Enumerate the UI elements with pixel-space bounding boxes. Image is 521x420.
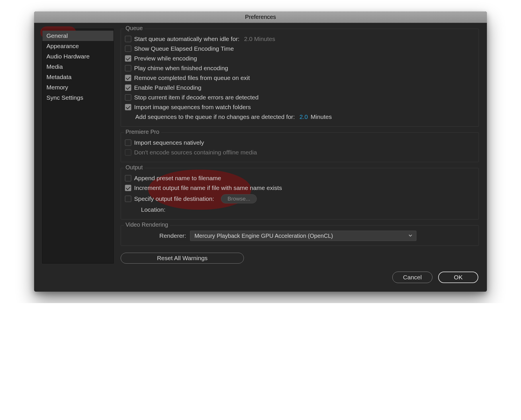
group-title-output: Output xyxy=(124,164,144,171)
checkbox-stop-on-decode[interactable] xyxy=(125,94,131,101)
row-add-sequences: Add sequences to the queue if no changes… xyxy=(125,112,475,122)
label-chime: Play chime when finished encoding xyxy=(134,65,228,72)
unit-add-seq: Minutes xyxy=(311,113,332,120)
label-stop-on-decode: Stop current item if decode errors are d… xyxy=(134,94,258,101)
checkbox-increment[interactable] xyxy=(125,185,131,191)
sidebar-item-label: Media xyxy=(46,63,63,70)
group-queue: Queue Start queue automatically when idl… xyxy=(121,29,479,127)
reset-warnings-label: Reset All Warnings xyxy=(157,255,208,262)
titlebar: Preferences xyxy=(34,11,487,23)
ok-label: OK xyxy=(454,274,463,281)
dialog-body: General Appearance Audio Hardware Media … xyxy=(34,23,487,272)
sidebar-item-memory[interactable]: Memory xyxy=(42,82,113,93)
row-append-preset: Append preset name to filename xyxy=(125,173,475,183)
sidebar-item-sync-settings[interactable]: Sync Settings xyxy=(42,93,113,103)
group-title-queue: Queue xyxy=(124,25,144,32)
reset-warnings-button[interactable]: Reset All Warnings xyxy=(121,253,244,264)
checkbox-dont-encode-offline[interactable] xyxy=(125,149,131,156)
sidebar-item-label: Memory xyxy=(46,84,68,91)
group-premiere: Premiere Pro Import sequences natively D… xyxy=(121,132,479,162)
label-append-preset: Append preset name to filename xyxy=(134,175,221,182)
group-title-premiere: Premiere Pro xyxy=(124,129,161,135)
sidebar-item-label: Sync Settings xyxy=(46,94,83,101)
row-remove-completed: Remove completed files from queue on exi… xyxy=(125,73,475,83)
sidebar: General Appearance Audio Hardware Media … xyxy=(42,29,114,264)
label-parallel: Enable Parallel Encoding xyxy=(134,84,201,91)
checkbox-chime[interactable] xyxy=(125,65,131,71)
value-start-auto: 2.0 Minutes xyxy=(244,36,275,42)
checkbox-remove-completed[interactable] xyxy=(125,75,131,81)
label-add-seq: Add sequences to the queue if no changes… xyxy=(135,113,295,120)
browse-button[interactable]: Browse... xyxy=(221,194,257,203)
checkbox-import-native[interactable] xyxy=(125,140,131,146)
label-import-watch: Import image sequences from watch folder… xyxy=(134,104,251,111)
row-stop-on-decode: Stop current item if decode errors are d… xyxy=(125,93,475,102)
label-increment: Increment output file name if file with … xyxy=(134,185,282,191)
label-start-auto: Start queue automatically when idle for: xyxy=(134,36,240,42)
checkbox-preview[interactable] xyxy=(125,55,131,62)
sidebar-item-metadata[interactable]: Metadata xyxy=(42,72,113,82)
row-preview: Preview while encoding xyxy=(125,54,475,63)
sidebar-item-label: Audio Hardware xyxy=(46,53,90,60)
checkbox-show-elapsed[interactable] xyxy=(125,46,131,52)
sidebar-item-label: Metadata xyxy=(46,74,72,80)
checkbox-parallel[interactable] xyxy=(125,85,131,91)
main-panel: Queue Start queue automatically when idl… xyxy=(121,29,479,264)
dialog-footer: Cancel OK xyxy=(34,272,487,292)
row-chime: Play chime when finished encoding xyxy=(125,63,475,73)
label-dont-encode-offline: Don't encode sources containing offline … xyxy=(134,149,257,156)
label-remove-completed: Remove completed files from queue on exi… xyxy=(134,74,250,81)
label-show-elapsed: Show Queue Elapsed Encoding Time xyxy=(134,45,234,52)
value-add-seq[interactable]: 2.0 xyxy=(299,113,308,120)
preferences-window: Preferences General Appearance Audio Har… xyxy=(34,11,487,292)
checkbox-import-watch[interactable] xyxy=(125,104,131,110)
label-import-native: Import sequences natively xyxy=(134,139,204,146)
group-video-rendering: Video Rendering Renderer: Mercury Playba… xyxy=(121,225,479,246)
sidebar-item-appearance[interactable]: Appearance xyxy=(42,41,113,51)
cancel-label: Cancel xyxy=(403,274,422,281)
checkbox-specify-dest[interactable] xyxy=(125,196,131,202)
checkbox-start-auto[interactable] xyxy=(125,36,131,42)
row-specify-dest: Specify output file destination: Browse.… xyxy=(125,193,475,205)
label-preview: Preview while encoding xyxy=(134,55,197,62)
row-import-watch: Import image sequences from watch folder… xyxy=(125,102,475,112)
row-import-native: Import sequences natively xyxy=(125,138,475,148)
row-show-elapsed: Show Queue Elapsed Encoding Time xyxy=(125,44,475,54)
cancel-button[interactable]: Cancel xyxy=(392,272,432,283)
row-renderer: Renderer: Mercury Playback Engine GPU Ac… xyxy=(125,231,475,241)
sidebar-item-audio-hardware[interactable]: Audio Hardware xyxy=(42,51,113,62)
label-location: Location: xyxy=(141,206,165,213)
ok-button[interactable]: OK xyxy=(438,272,478,283)
row-parallel: Enable Parallel Encoding xyxy=(125,83,475,93)
sidebar-item-label: Appearance xyxy=(46,43,79,49)
row-dont-encode-offline: Don't encode sources containing offline … xyxy=(125,148,475,157)
sidebar-item-media[interactable]: Media xyxy=(42,62,113,72)
sidebar-item-label: General xyxy=(46,32,68,39)
label-renderer: Renderer: xyxy=(159,232,186,239)
group-title-video: Video Rendering xyxy=(124,221,170,228)
row-increment: Increment output file name if file with … xyxy=(125,183,475,193)
chevron-down-icon xyxy=(408,233,413,239)
checkbox-append-preset[interactable] xyxy=(125,175,131,181)
label-specify-dest: Specify output file destination: xyxy=(134,195,214,202)
row-start-auto: Start queue automatically when idle for:… xyxy=(125,34,475,44)
sidebar-item-general[interactable]: General xyxy=(42,31,113,41)
group-output: Output Append preset name to filename In… xyxy=(121,168,479,219)
row-location: Location: xyxy=(125,205,475,215)
renderer-select[interactable]: Mercury Playback Engine GPU Acceleration… xyxy=(190,231,416,241)
window-title: Preferences xyxy=(245,14,276,20)
renderer-value: Mercury Playback Engine GPU Acceleration… xyxy=(194,233,333,239)
